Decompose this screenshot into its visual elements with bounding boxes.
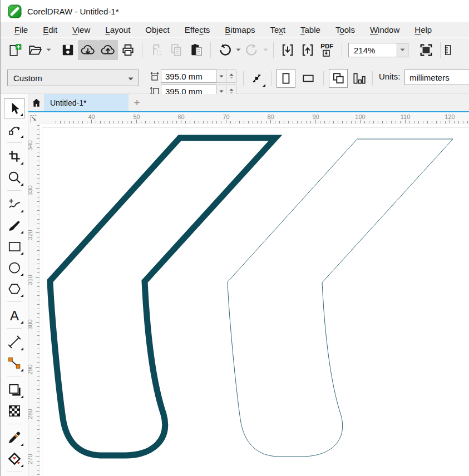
menu-object[interactable]: Object: [145, 25, 169, 34]
svg-text:40: 40: [88, 113, 95, 120]
page-width-caret[interactable]: [216, 70, 226, 83]
horizontal-ruler[interactable]: 405060708090100110120: [40, 113, 469, 123]
ellipse-tool[interactable]: [4, 257, 25, 277]
svg-text:310: 310: [28, 275, 33, 285]
svg-text:60: 60: [177, 113, 184, 120]
menu-table[interactable]: Table: [300, 25, 320, 34]
menu-window[interactable]: Window: [370, 25, 399, 34]
full-screen-preview-button[interactable]: [416, 40, 436, 60]
drawing-canvas[interactable]: [40, 123, 469, 476]
freehand-tool[interactable]: [4, 194, 25, 214]
page-layout-button[interactable]: [349, 69, 368, 88]
menu-effects[interactable]: Effects: [185, 25, 210, 34]
copy-button[interactable]: [166, 40, 186, 60]
open-button[interactable]: [25, 40, 45, 60]
svg-text:110: 110: [401, 113, 411, 120]
paste-button[interactable]: [186, 40, 206, 60]
polygon-tool[interactable]: [4, 279, 25, 299]
canvas-shapes-layer: [40, 123, 469, 476]
units-label: Units:: [379, 72, 400, 81]
undo-dropdown-caret[interactable]: [235, 40, 242, 60]
save-button[interactable]: [58, 40, 78, 60]
zoom-level-caret[interactable]: [397, 43, 408, 57]
zoom-level-combo: [348, 43, 408, 57]
svg-text:300: 300: [28, 319, 33, 329]
menu-edit[interactable]: Edit: [43, 25, 57, 34]
window-title: CorelDRAW - Untitled-1*: [27, 7, 119, 16]
menu-layout[interactable]: Layout: [105, 25, 130, 34]
menu-text[interactable]: Text: [270, 25, 286, 34]
coreldraw-logo-icon: [8, 4, 22, 18]
menu-help[interactable]: Help: [414, 25, 432, 34]
import-button[interactable]: [278, 40, 298, 60]
redo-button[interactable]: [242, 40, 262, 60]
transparency-tool[interactable]: [4, 401, 25, 421]
ruler-origin-corner[interactable]: [28, 113, 40, 123]
page-width-spinner[interactable]: [226, 70, 236, 83]
print-button[interactable]: [118, 40, 138, 60]
svg-text:PDF: PDF: [320, 43, 333, 49]
svg-text:A: A: [10, 308, 19, 323]
page-size-preset-value: Custom: [13, 73, 42, 83]
color-eyedropper-tool[interactable]: [4, 428, 25, 448]
shape-tool[interactable]: [4, 120, 25, 140]
svg-text:290: 290: [28, 364, 33, 374]
crop-tool[interactable]: [4, 146, 25, 166]
svg-text:100: 100: [355, 113, 365, 120]
menu-bar: FileEditViewLayoutObjectEffectsBitmapsTe…: [1, 22, 469, 37]
redo-dropdown-caret[interactable]: [262, 40, 269, 60]
export-button[interactable]: [298, 40, 318, 60]
thick-outline-curve[interactable]: [50, 138, 275, 455]
property-bar: Custom: [1, 62, 469, 94]
thin-outline-curve[interactable]: [228, 139, 453, 457]
page-width-icon: [149, 71, 161, 81]
menu-view[interactable]: View: [72, 25, 90, 34]
artistic-media-tool[interactable]: [4, 215, 25, 235]
title-bar: CorelDRAW - Untitled-1*: [1, 0, 469, 22]
text-tool[interactable]: A: [4, 305, 25, 325]
undo-button[interactable]: [215, 40, 235, 60]
menu-tools[interactable]: Tools: [335, 25, 355, 34]
page-size-preset-combo[interactable]: Custom: [7, 70, 139, 86]
connector-tool[interactable]: [4, 353, 25, 373]
pick-tool[interactable]: [4, 98, 25, 118]
svg-text:330: 330: [28, 185, 33, 195]
cut-button[interactable]: [146, 40, 166, 60]
document-tab-bar: Untitled-1* +: [28, 94, 469, 112]
svg-text:280: 280: [28, 409, 33, 419]
all-pages-button[interactable]: [329, 69, 348, 88]
interactive-fill-tool[interactable]: [4, 449, 25, 469]
rectangle-tool[interactable]: [4, 236, 25, 256]
get-from-cloud-button[interactable]: [78, 40, 98, 60]
page-size-preset-caret[interactable]: [128, 73, 134, 83]
document-tab-active[interactable]: Untitled-1*: [44, 94, 129, 111]
standard-toolbar: PDF: [1, 37, 469, 62]
publish-to-pdf-button[interactable]: PDF: [318, 40, 338, 60]
page-width-input[interactable]: [161, 70, 216, 83]
units-combo[interactable]: millimeters: [404, 70, 469, 85]
drop-shadow-tool[interactable]: [4, 380, 25, 400]
svg-text:320: 320: [28, 230, 33, 240]
new-tab-button[interactable]: +: [129, 94, 145, 111]
new-document-button[interactable]: [5, 40, 25, 60]
zoom-tool[interactable]: [4, 167, 25, 187]
menu-bitmaps[interactable]: Bitmaps: [225, 25, 255, 34]
svg-text:50: 50: [133, 113, 140, 120]
welcome-home-button[interactable]: [28, 94, 44, 111]
landscape-button[interactable]: [299, 69, 318, 88]
svg-text:120: 120: [445, 113, 455, 120]
menu-file[interactable]: File: [14, 25, 28, 34]
rulers-toggle-button[interactable]: [445, 40, 455, 60]
autofit-page-button[interactable]: [248, 69, 266, 88]
zoom-level-input[interactable]: [348, 43, 397, 57]
vertical-ruler[interactable]: 340330320310300290280270: [28, 123, 40, 476]
save-to-cloud-button[interactable]: [98, 40, 118, 60]
svg-text:340: 340: [28, 140, 33, 150]
dimension-tool[interactable]: [4, 332, 25, 352]
home-icon: [31, 97, 42, 108]
coreldraw-window: CorelDRAW - Untitled-1* FileEditViewLayo…: [0, 0, 469, 476]
open-dropdown-caret[interactable]: [45, 40, 52, 60]
portrait-button[interactable]: [277, 69, 295, 88]
svg-text:270: 270: [28, 454, 33, 464]
toolbox: A: [1, 94, 28, 476]
